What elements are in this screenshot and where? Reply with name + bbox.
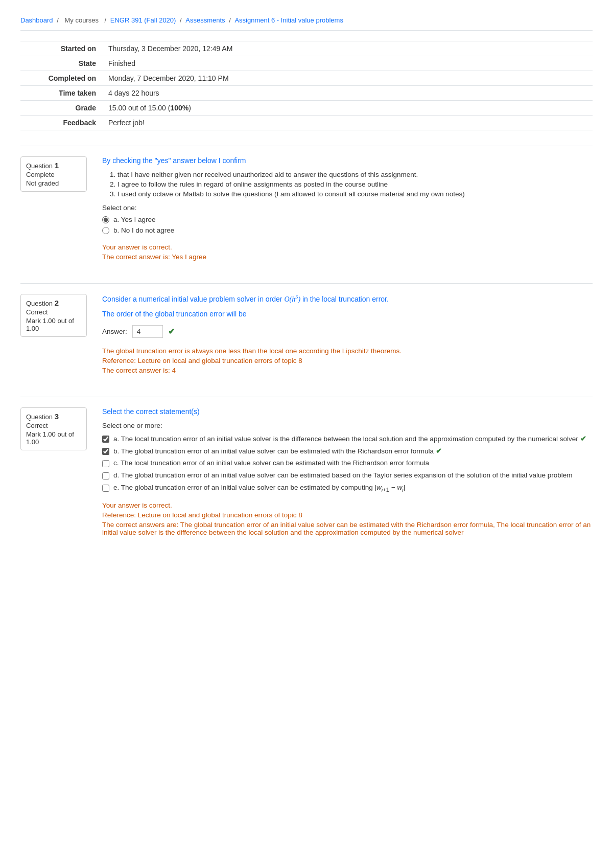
checkbox-d[interactable] — [102, 472, 109, 479]
list-item: I used only octave or Matlab to solve th… — [117, 190, 593, 198]
question-3-block: Question 3 Correct Mark 1.00 out of 1.00… — [20, 397, 593, 537]
completed-on-value: Monday, 7 December 2020, 11:10 PM — [102, 71, 593, 86]
question-2-content: Consider a numerical initial value probl… — [102, 294, 593, 376]
q3-correct-answers: The correct answers are: The global trun… — [102, 521, 593, 536]
option-d-text: d. The global truncation error of an ini… — [113, 471, 573, 479]
question-2-sidebar: Question 2 Correct Mark 1.00 out of 1.00 — [20, 294, 87, 337]
time-taken-label: Time taken — [20, 86, 102, 101]
select-more-label: Select one or more: — [102, 422, 593, 429]
answer-row: Answer: 4 ✔ — [102, 325, 593, 338]
checkbox-c[interactable] — [102, 460, 109, 467]
breadcrumb-dashboard[interactable]: Dashboard — [20, 16, 53, 24]
question-1-block: Question 1 Complete Not graded By checki… — [20, 146, 593, 263]
question-2-title: Consider a numerical initial value probl… — [102, 294, 593, 304]
list-item: I agree to follow the rules in regard of… — [117, 180, 593, 188]
answer-box: 4 — [132, 325, 163, 338]
feedback-your-answer: Your answer is correct. — [102, 243, 593, 251]
started-on-value: Thursday, 3 December 2020, 12:49 AM — [102, 41, 593, 56]
question-3-content: Select the correct statement(s) Select o… — [102, 407, 593, 537]
option-a: a. Yes I agree — [102, 216, 593, 223]
option-b-label: b. No I do not agree — [113, 226, 174, 234]
grade-label: Grade — [20, 101, 102, 116]
breadcrumb-assessments[interactable]: Assessments — [185, 16, 225, 24]
state-value: Finished — [102, 56, 593, 71]
checkbox-option-b: b. The global truncation error of an ini… — [102, 447, 593, 455]
started-on-label: Started on — [20, 41, 102, 56]
feedback-value: Perfect job! — [102, 116, 593, 130]
question-1-content: By checking the "yes" answer below I con… — [102, 156, 593, 263]
breadcrumb: Dashboard / My courses / ENGR 391 (Fall … — [20, 10, 593, 31]
feedback-line2: Reference: Lecture on local and global t… — [102, 357, 593, 364]
questions-area: Question 1 Complete Not graded By checki… — [20, 146, 593, 536]
question-1-list: that I have neither given nor received u… — [117, 171, 593, 198]
question-2-grade: Mark 1.00 out of 1.00 — [26, 317, 81, 332]
question-2-status: Correct — [26, 308, 81, 316]
question-1-status: Complete — [26, 171, 81, 178]
answer-label: Answer: — [102, 328, 127, 335]
checkbox-b[interactable] — [102, 448, 109, 455]
option-a-label: a. Yes I agree — [113, 216, 156, 223]
option-b: b. No I do not agree — [102, 226, 593, 234]
q3-feedback-your-answer: Your answer is correct. — [102, 501, 593, 509]
option-a-text: a. The local truncation error of an init… — [113, 435, 586, 443]
question-3-status: Correct — [26, 422, 81, 429]
question-2-block: Question 2 Correct Mark 1.00 out of 1.00… — [20, 283, 593, 376]
checkbox-e[interactable] — [102, 485, 109, 492]
info-table: Started on Thursday, 3 December 2020, 12… — [20, 41, 593, 130]
option-b-text: b. The global truncation error of an ini… — [113, 447, 442, 455]
breadcrumb-assignment[interactable]: Assignment 6 - Initial value problems — [234, 16, 343, 24]
check-icon: ✔ — [168, 327, 175, 336]
list-item: that I have neither given nor received u… — [117, 171, 593, 178]
checkbox-option-c: c. The local truncation error of an init… — [102, 459, 593, 467]
option-e-text: e. The global truncation error of an ini… — [113, 484, 405, 493]
question-2-feedback: The global truncation error is always on… — [102, 347, 593, 374]
q2-title-after: in the local truncation error. — [300, 295, 389, 303]
checkbox-option-e: e. The global truncation error of an ini… — [102, 484, 593, 493]
checkbox-option-d: d. The global truncation error of an ini… — [102, 471, 593, 479]
question-1-feedback: Your answer is correct. The correct answ… — [102, 243, 593, 261]
question-3-sidebar: Question 3 Correct Mark 1.00 out of 1.00 — [20, 407, 87, 450]
q2-title-before: Consider a numerical initial value probl… — [102, 295, 284, 303]
question-2-subtitle: The order of the global truncation error… — [102, 310, 593, 318]
question-3-feedback: Your answer is correct. Reference: Lectu… — [102, 501, 593, 536]
question-3-label: Question 3 — [26, 412, 81, 421]
breadcrumb-course[interactable]: ENGR 391 (Fall 2020) — [110, 16, 176, 24]
feedback-line3: The correct answer is: 4 — [102, 367, 593, 374]
time-taken-value: 4 days 22 hours — [102, 86, 593, 101]
question-2-label: Question 2 — [26, 299, 81, 307]
question-1-label: Question 1 — [26, 161, 81, 170]
q3-feedback-line2: Reference: Lecture on local and global t… — [102, 511, 593, 519]
checkbox-option-a: a. The local truncation error of an init… — [102, 435, 593, 443]
select-one-label: Select one: — [102, 204, 593, 212]
state-label: State — [20, 56, 102, 71]
grade-value: 15.00 out of 15.00 (100%) — [102, 101, 593, 116]
radio-b[interactable] — [102, 227, 109, 234]
feedback-correct-answer: The correct answer is: Yes I agree — [102, 253, 593, 261]
question-1-grade: Not graded — [26, 179, 81, 187]
question-1-sidebar: Question 1 Complete Not graded — [20, 156, 87, 192]
q2-math: O(h5) — [284, 295, 300, 303]
option-c-text: c. The local truncation error of an init… — [113, 459, 429, 467]
completed-on-label: Completed on — [20, 71, 102, 86]
radio-a[interactable] — [102, 216, 109, 223]
feedback-line1: The global truncation error is always on… — [102, 347, 593, 355]
question-3-grade: Mark 1.00 out of 1.00 — [26, 430, 81, 446]
checkbox-a[interactable] — [102, 436, 109, 443]
question-3-title: Select the correct statement(s) — [102, 407, 593, 416]
question-1-title: By checking the "yes" answer below I con… — [102, 156, 593, 165]
feedback-label: Feedback — [20, 116, 102, 130]
